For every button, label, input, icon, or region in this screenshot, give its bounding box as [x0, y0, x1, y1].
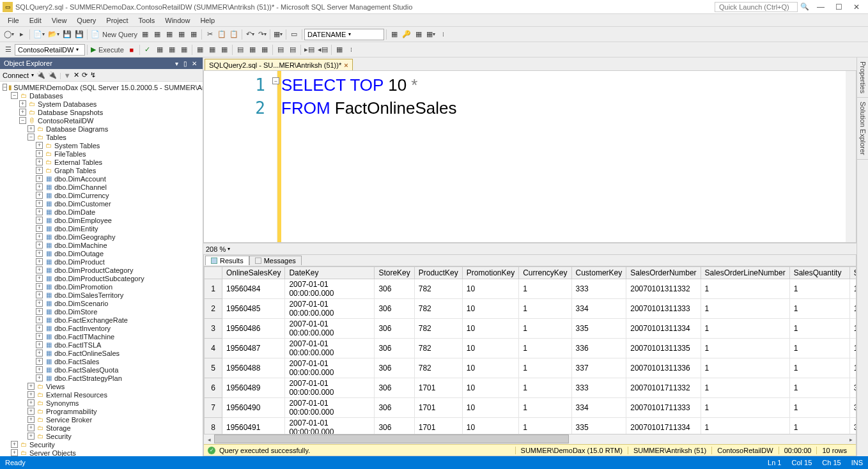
live-stats-icon[interactable]: ▦ — [206, 43, 218, 56]
parse-button[interactable]: ✓ — [142, 43, 153, 56]
tree-node[interactable]: +▦dbo.DimMachine — [0, 241, 203, 249]
cell[interactable]: 20070101311333 — [626, 299, 701, 319]
cell[interactable]: 1 — [701, 358, 789, 378]
copy-button[interactable]: 📋 — [216, 28, 228, 41]
cell[interactable]: 2007-01-01 00:00:00.000 — [285, 398, 375, 418]
cell[interactable]: 335 — [571, 418, 626, 434]
client-stats-icon[interactable]: ▦ — [219, 43, 230, 56]
cell[interactable]: 19560484 — [222, 279, 285, 299]
column-header[interactable]: SalesAmo — [849, 267, 856, 279]
row-number[interactable]: 6 — [205, 378, 222, 398]
cell[interactable]: 20070101711333 — [626, 398, 701, 418]
cell[interactable]: 306 — [375, 339, 414, 358]
cell[interactable]: 1701 — [414, 398, 462, 418]
cell[interactable]: 2007-01-01 00:00:00.000 — [285, 279, 375, 299]
cell[interactable]: 10 — [462, 299, 518, 319]
cell[interactable]: 1 — [789, 398, 849, 418]
cell[interactable]: 1701 — [414, 418, 462, 434]
code-content[interactable]: SELECT TOP 10 * FROM FactOnlineSales — [281, 71, 846, 242]
cell[interactable]: 1 — [789, 299, 849, 319]
tree-node[interactable]: +🗀Database Snapshots — [0, 108, 203, 116]
cell[interactable]: 3.984 — [849, 378, 856, 398]
menu-query[interactable]: Query — [72, 15, 101, 26]
indent-icon[interactable]: ▸▤ — [303, 43, 316, 56]
tree-node[interactable]: +▦dbo.DimPromotion — [0, 282, 203, 291]
tree-node[interactable]: −▮SUMMER\DemoDax (SQL Server 15.0.2000.5… — [0, 83, 203, 91]
cell[interactable]: 306 — [375, 358, 414, 378]
table-row[interactable]: 3195604862007-01-01 00:00:00.00030678210… — [205, 319, 856, 339]
tree-node[interactable]: +🗀Views — [0, 382, 203, 390]
tree-node[interactable]: +▦dbo.FactStrategyPlan — [0, 374, 203, 382]
column-header[interactable]: SalesOrderLineNumber — [701, 267, 789, 279]
cell[interactable]: 10 — [462, 358, 518, 378]
row-number[interactable]: 4 — [205, 339, 222, 358]
cell[interactable]: 10.36 — [849, 358, 856, 378]
new-query-button[interactable]: 📄 New Query — [89, 28, 139, 41]
stop-button[interactable]: ■ — [126, 43, 137, 56]
tree-node[interactable]: +🗀Security — [0, 440, 203, 449]
grid-button[interactable]: ▦▾ — [272, 28, 284, 41]
tree-node[interactable]: +▦dbo.FactExchangeRate — [0, 316, 203, 324]
cell[interactable]: 334 — [571, 299, 626, 319]
cell[interactable]: 333 — [571, 378, 626, 398]
tool-icon-4[interactable]: ▦▾ — [425, 28, 437, 41]
cell[interactable]: 1 — [519, 398, 571, 418]
oe-icon-6[interactable]: ↯ — [90, 71, 96, 79]
tool-icon-1[interactable]: ▦ — [389, 28, 400, 41]
cell[interactable]: 1 — [519, 418, 571, 434]
cell[interactable]: 10 — [462, 279, 518, 299]
cell[interactable]: 10.36 — [849, 319, 856, 339]
tool-icon-2[interactable]: 🔑 — [401, 28, 412, 41]
menu-view[interactable]: View — [47, 15, 72, 26]
tab-solution-explorer[interactable]: Solution Explorer — [857, 98, 868, 160]
collapse-toggle-icon[interactable]: − — [272, 77, 279, 84]
cell[interactable]: 1 — [519, 339, 571, 358]
cell[interactable]: 1701 — [414, 378, 462, 398]
cell[interactable]: 19560485 — [222, 299, 285, 319]
oe-refresh-icon[interactable]: ⟳ — [82, 71, 88, 79]
tree-node[interactable]: +▦dbo.DimGeography — [0, 233, 203, 241]
column-header[interactable]: SalesQuantity — [789, 267, 849, 279]
forward-button[interactable]: ▸ — [16, 28, 27, 41]
editor-scrollbar[interactable] — [846, 71, 856, 242]
cell[interactable]: 2007-01-01 00:00:00.000 — [285, 378, 375, 398]
sql-editor[interactable]: 1 2 − SELECT TOP 10 * FROM FactOnlineSal… — [203, 70, 856, 243]
db-engine-query-icon[interactable]: ▦ — [139, 28, 151, 41]
row-number[interactable]: 8 — [205, 418, 222, 434]
cell[interactable]: 1 — [519, 319, 571, 339]
tab-results[interactable]: Results — [205, 256, 249, 265]
cell[interactable]: 306 — [375, 418, 414, 434]
column-header[interactable]: OnlineSalesKey — [222, 267, 285, 279]
execute-button[interactable]: ▶Execute — [89, 43, 125, 56]
tree-node[interactable]: +▦dbo.FactOnlineSales — [0, 349, 203, 357]
tree-node[interactable]: +▦dbo.DimProduct — [0, 258, 203, 266]
cell[interactable]: 10 — [462, 398, 518, 418]
tree-node[interactable]: +🗀Storage — [0, 424, 203, 432]
cell[interactable]: 19560488 — [222, 358, 285, 378]
search-icon[interactable]: 🔍 — [800, 3, 809, 11]
tree-node[interactable]: +▦dbo.DimProductSubcategory — [0, 274, 203, 282]
cell[interactable]: 3.984 — [849, 418, 856, 434]
document-tab[interactable]: SQLQuery2.sql - SU...MER\Antriksh (51))*… — [205, 59, 353, 70]
cell[interactable]: 306 — [375, 279, 414, 299]
quick-launch-input[interactable] — [715, 2, 798, 12]
back-button[interactable]: ◯▾ — [3, 28, 15, 41]
cell[interactable]: 1 — [519, 299, 571, 319]
cell[interactable]: 1 — [789, 378, 849, 398]
tab-messages[interactable]: Messages — [249, 256, 302, 265]
cell[interactable]: 10 — [462, 319, 518, 339]
cell[interactable]: 782 — [414, 339, 462, 358]
menu-help[interactable]: Help — [195, 15, 220, 26]
tree-node[interactable]: +▦dbo.DimEntity — [0, 224, 203, 233]
toolbar2-overflow-icon[interactable]: ⁞ — [346, 43, 357, 56]
cell[interactable]: 19560490 — [222, 398, 285, 418]
cell[interactable]: 1 — [789, 279, 849, 299]
as-query-icon[interactable]: ▦ — [151, 28, 163, 41]
use-db-icon[interactable]: ☰ — [3, 43, 14, 56]
paste-button[interactable]: 📋 — [228, 28, 240, 41]
results-grid-icon[interactable]: ▦ — [247, 43, 258, 56]
tree-node[interactable]: +▦dbo.DimStore — [0, 307, 203, 316]
cell[interactable]: 306 — [375, 299, 414, 319]
cell[interactable]: 1 — [789, 319, 849, 339]
table-row[interactable]: 6195604892007-01-01 00:00:00.00030617011… — [205, 378, 856, 398]
